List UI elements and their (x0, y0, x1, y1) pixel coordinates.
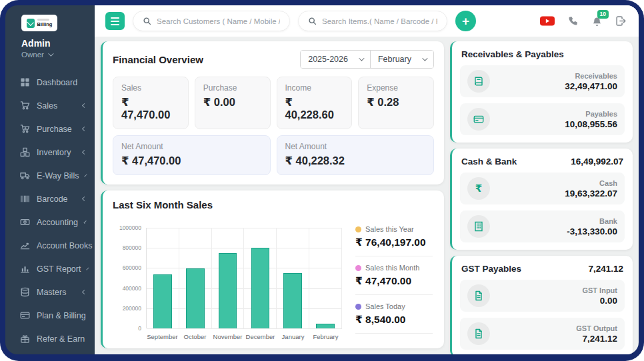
purchase-cart-icon (20, 124, 30, 134)
sidebar-item-e-way-bills[interactable]: E-Way Bills (5, 164, 95, 187)
sidebar-item-refer-earn[interactable]: Refer & Earn (5, 327, 95, 350)
sidebar-item-purchase[interactable]: Purchase (5, 117, 95, 141)
stat-label: Purchase (203, 83, 262, 93)
card-total-value: 7,241.12 (588, 264, 623, 274)
stat-card-net-amount-2: Net Amount₹ 40,228.32 (277, 135, 435, 175)
customer-search[interactable] (133, 11, 290, 31)
bar-january (283, 273, 302, 328)
gst-input-row: GST Input0.00 (460, 280, 625, 312)
sidebar-item-dashboard[interactable]: Dashboard (5, 71, 95, 94)
y-tick-label: 0 (138, 325, 141, 332)
legend-label: Sales Today (365, 302, 405, 310)
app-logo: Billing (21, 15, 57, 31)
sidebar-item-barcode[interactable]: Barcode (5, 187, 95, 210)
item-search-input[interactable] (322, 17, 437, 25)
sidebar-item-inventory[interactable]: Inventory (5, 141, 95, 164)
chart-x-axis: SeptemberOctoberNovemberDecemberJanuaryF… (146, 328, 342, 340)
add-new-button[interactable]: + (455, 11, 476, 31)
sidebar-item-accounting[interactable]: Accounting (5, 210, 95, 234)
sidebar-item-label: Account Books (37, 241, 92, 250)
bank-row: Bank-3,13,330.00 (460, 210, 625, 242)
stat-card-income: Income₹ 40,228.60 (277, 77, 353, 129)
stat-card-expense: Expense₹ 0.28 (358, 77, 434, 129)
user-role-dropdown[interactable]: Owner (21, 51, 88, 59)
legend-entry-sales-today: Sales Today₹ 8,540.00 (355, 302, 433, 334)
chart-slot-february (309, 228, 342, 328)
youtube-icon[interactable] (540, 15, 555, 27)
sidebar-item-label: Accounting (37, 218, 78, 227)
hamburger-menu-button[interactable] (105, 12, 125, 30)
stat-value: ₹ 47,470.00 (121, 155, 262, 167)
stat-label: Net Amount (285, 142, 426, 151)
stat-value: ₹ 0.28 (367, 96, 425, 109)
x-tick-label: February (309, 333, 342, 340)
sidebar-item-label: Dashboard (37, 78, 77, 87)
row-label: Receivables (565, 72, 617, 80)
stat-label: Sales (121, 83, 180, 93)
card-title: GST Payables (461, 264, 521, 274)
stat-label: Income (285, 83, 344, 93)
month-select[interactable]: February (370, 51, 433, 68)
item-search[interactable] (298, 11, 447, 31)
phone-icon[interactable] (567, 15, 579, 27)
stat-value: ₹ 40,228.60 (285, 96, 344, 121)
sidebar-item-label: Refer & Earn (37, 334, 85, 344)
cash-row: ₹Cash19,63,322.07 (460, 173, 625, 204)
user-role-label: Owner (21, 51, 44, 59)
truck-icon (20, 171, 30, 180)
sign-out-icon[interactable] (615, 15, 627, 27)
money-note-icon (20, 217, 30, 227)
bar-chart-icon (20, 264, 30, 274)
sidebar-item-label: Barcode (37, 194, 68, 204)
bar-february (316, 324, 335, 328)
x-tick-label: October (179, 333, 211, 340)
chevron-left-icon (82, 127, 87, 131)
notifications-bell-icon[interactable]: 10 (591, 15, 603, 27)
chart-slot-january (277, 228, 309, 328)
bar-chart: 02000004000006000008000001000000 Septemb… (113, 228, 342, 340)
y-tick-label: 1000000 (119, 224, 141, 231)
topbar-actions: 10 (540, 15, 627, 27)
sidebar-item-sales[interactable]: Sales (5, 94, 95, 117)
sidebar-item-plan-billing[interactable]: Plan & Billing (5, 304, 95, 327)
row-label: GST Input (582, 286, 617, 294)
main-area: + 10 (95, 5, 639, 354)
sidebar-item-label: Inventory (37, 148, 71, 157)
billing-logo-icon (27, 19, 35, 28)
sidebar-menu: DashboardSalesPurchaseInventoryE-Way Bil… (5, 71, 95, 354)
sidebar: Billing Admin Owner DashboardSalesPurcha… (5, 5, 95, 354)
sidebar-item-account-books[interactable]: Account Books (5, 234, 95, 257)
sidebar-item-label: Masters (37, 288, 66, 297)
gift-icon (20, 334, 30, 344)
row-label: GST Output (576, 324, 617, 332)
inventory-cubes-icon (20, 147, 30, 157)
card-title: Receivables & Payables (461, 49, 564, 59)
chart-plot-area (146, 228, 342, 328)
sidebar-item-masters[interactable]: Masters (5, 280, 95, 304)
credit-card-icon (467, 108, 490, 131)
legend-entry-sales-this-month: Sales this Month₹ 47,470.00 (355, 264, 433, 295)
document-icon (467, 322, 490, 345)
caret-down-icon (48, 51, 53, 56)
chart-slot-november (212, 228, 245, 328)
legend-dot-icon (355, 226, 361, 232)
chevron-left-icon (85, 174, 87, 177)
row-value: 0.00 (582, 296, 617, 306)
stat-card-sales: Sales₹ 47,470.00 (113, 77, 189, 129)
barcode-icon (20, 194, 30, 204)
notification-count-badge: 10 (597, 10, 609, 19)
row-value: 7,241.12 (576, 334, 617, 344)
credit-card-icon (20, 310, 30, 320)
search-icon (143, 17, 151, 25)
bar-november (219, 253, 237, 328)
period-selects: 2025-2026 February (300, 50, 434, 69)
customer-search-input[interactable] (157, 17, 280, 25)
receivables-payables-card: Receivables & PayablesReceivables32,49,4… (450, 41, 633, 143)
payables-row: Payables10,08,955.56 (460, 103, 625, 135)
x-tick-label: November (211, 333, 244, 340)
x-tick-label: January (277, 333, 309, 340)
legend-value: ₹ 76,40,197.00 (355, 236, 433, 248)
dashboard-grid-icon (20, 77, 30, 87)
sidebar-item-gst-report[interactable]: GST Report (5, 257, 95, 280)
fiscal-year-select[interactable]: 2025-2026 (301, 51, 370, 68)
